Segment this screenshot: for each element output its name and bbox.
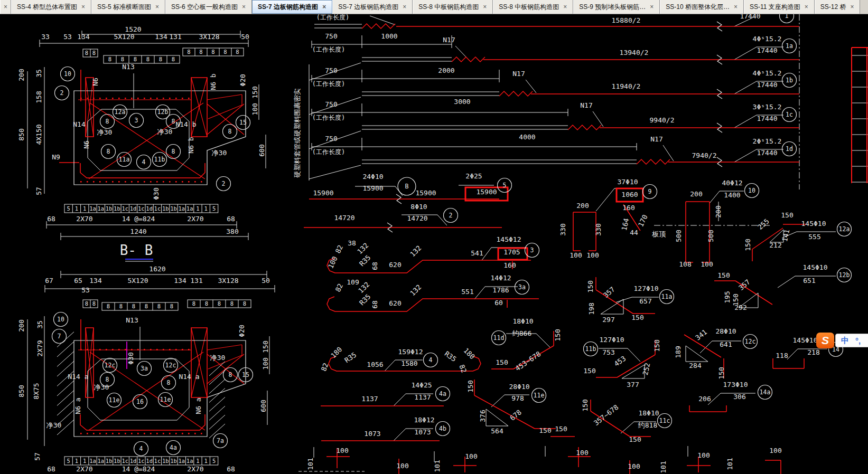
dimension-text: 82: [458, 364, 468, 374]
dimension-text: (工作长度): [316, 14, 349, 21]
dimension-text: 40Φ12: [722, 179, 742, 187]
callout-circle-label: 8: [172, 118, 175, 125]
drawing-line: [370, 16, 395, 25]
rebar-dot: [99, 98, 101, 99]
dimension-text: 3Φˢ15.2: [753, 103, 782, 111]
rebar-dot: [163, 433, 164, 434]
cell-label: 5: [67, 458, 70, 464]
dimension-text: 57: [33, 452, 41, 461]
dimension-text: 641: [720, 340, 732, 348]
tab-close-icon[interactable]: ×: [402, 3, 407, 11]
rebar-dot: [131, 98, 133, 99]
cell-label: 1c: [138, 458, 145, 464]
document-tab[interactable]: SS-7 边板钢筋构造图×: [252, 0, 332, 14]
rebar-dot: [144, 98, 145, 99]
hatch-line: [57, 342, 74, 357]
callout-circle-label: 1d: [786, 145, 793, 153]
tab-close-icon[interactable]: ×: [733, 3, 738, 11]
document-tab[interactable]: SS-12 桥×: [815, 0, 861, 14]
cell-label: 8: [92, 300, 96, 307]
hatch-line: [57, 352, 74, 367]
dimension-text: Φ30: [127, 352, 135, 364]
callout-circle-label: 9: [648, 188, 652, 195]
cell-label: 8: [134, 56, 137, 62]
document-tab[interactable]: SS-6 空心板一般构造图×: [165, 0, 252, 14]
dimension-text: 160: [503, 261, 516, 269]
sogou-logo-icon[interactable]: S: [816, 333, 834, 348]
document-tab[interactable]: SS-4 桥型总体布置图×: [11, 0, 91, 14]
dimension-text: 306: [733, 393, 745, 401]
document-tab[interactable]: SS-11 支座构造图×: [744, 0, 815, 14]
callout-circle-label: 4a: [170, 444, 177, 451]
dimension-text: 82: [334, 244, 344, 255]
dimension-text: 131: [190, 277, 202, 285]
document-tab[interactable]: SS-10 桥面整体化层…×: [660, 0, 744, 14]
cell-label: 1: [196, 205, 199, 212]
dimension-text: 150: [586, 280, 594, 292]
dimension-text: 150: [631, 314, 643, 321]
dimension-text: 1705: [503, 248, 520, 256]
cell-label: 1b: [170, 205, 177, 212]
dimension-text: 35: [36, 320, 44, 329]
dimension-text: 357: [602, 285, 616, 299]
tab-close-icon[interactable]: ×: [850, 3, 854, 11]
tab-close-icon[interactable]: ×: [155, 3, 160, 11]
tab-close-icon[interactable]: ×: [3, 3, 8, 11]
cell-label: 1c: [154, 205, 161, 212]
dimension-text: 173Φ10: [723, 381, 748, 388]
rebar-dot: [188, 98, 190, 99]
rebar-dot: [150, 349, 152, 350]
cad-canvas[interactable]: 88888888888885111a1a1b1b1c1d1c1d1c1b1b1a…: [0, 14, 868, 474]
tab-label: SS-6 空心板一般构造图: [171, 3, 238, 12]
callout-circle-label: 11d: [493, 334, 505, 342]
rebar-dot: [80, 181, 82, 183]
tab-label: SS-5 标准横断面图: [97, 3, 151, 12]
tab-close-icon[interactable]: ×: [649, 3, 654, 11]
dimension-text: 17440: [757, 46, 777, 54]
dimension-text: 101: [433, 460, 441, 472]
tab-close-icon[interactable]: ×: [81, 3, 86, 11]
document-tab[interactable]: SS-7 边板钢筋构造图×: [332, 0, 413, 14]
tab-close-icon[interactable]: ×: [563, 3, 567, 11]
dimension-text: 255: [756, 217, 770, 231]
dimension-text: 551: [461, 288, 473, 296]
document-tab[interactable]: SS-8 中板钢筋构造图×: [493, 0, 573, 14]
tab-close-icon[interactable]: ×: [482, 3, 487, 11]
dimension-text: 100: [251, 103, 259, 115]
cad-viewport[interactable]: 88888888888885111a1a1b1b1c1d1c1d1c1b1b1a…: [0, 14, 868, 474]
dimension-text: 150: [717, 271, 730, 279]
callout-circle-label: 8: [167, 379, 171, 386]
rebar-dot: [93, 433, 95, 434]
ime-toolbar[interactable]: S 中 °, ☺: [816, 333, 868, 348]
cell-label: 1b: [170, 458, 177, 464]
ime-punctuation-indicator[interactable]: °,: [855, 336, 861, 345]
rebar-dot: [87, 181, 88, 183]
drawing-line: [734, 149, 757, 162]
rebar-dot: [194, 433, 196, 434]
tab-close-icon[interactable]: ×: [241, 3, 246, 11]
drawing-line: [734, 47, 757, 60]
callout-circle-label: 8: [106, 376, 109, 383]
dimension-text: 678: [508, 408, 523, 422]
dimension-text: 284: [689, 362, 702, 369]
rebar-dot: [125, 181, 126, 183]
dimension-text: 4Φˢ15.2: [753, 69, 782, 77]
dimension-text: 53: [81, 286, 90, 294]
drawing-line: [700, 341, 712, 353]
document-tab[interactable]: SS-8 中板钢筋构造图×: [413, 0, 493, 14]
ime-lang-indicator[interactable]: 中: [841, 336, 849, 346]
document-tab[interactable]: SS-9 预制堵头板钢筋…×: [573, 0, 660, 14]
dimension-text: N6 a: [74, 397, 82, 414]
dimension-text: 564: [491, 427, 503, 435]
callout-circle-label: 8: [107, 148, 110, 155]
dimension-text: R35: [358, 253, 372, 268]
tab-close-icon[interactable]: ×: [804, 3, 809, 11]
dimension-text: 68: [371, 300, 379, 309]
dimension-text: 14Φ12: [490, 274, 511, 282]
cell-label: 8: [108, 56, 111, 62]
document-tab[interactable]: SS-5 标准横断面图×: [91, 0, 165, 14]
tab-close-icon[interactable]: ×: [322, 3, 326, 11]
drawing-line: [474, 287, 485, 299]
callout-circle-label: 11e: [160, 396, 171, 403]
tab-stub[interactable]: ×: [0, 0, 11, 14]
